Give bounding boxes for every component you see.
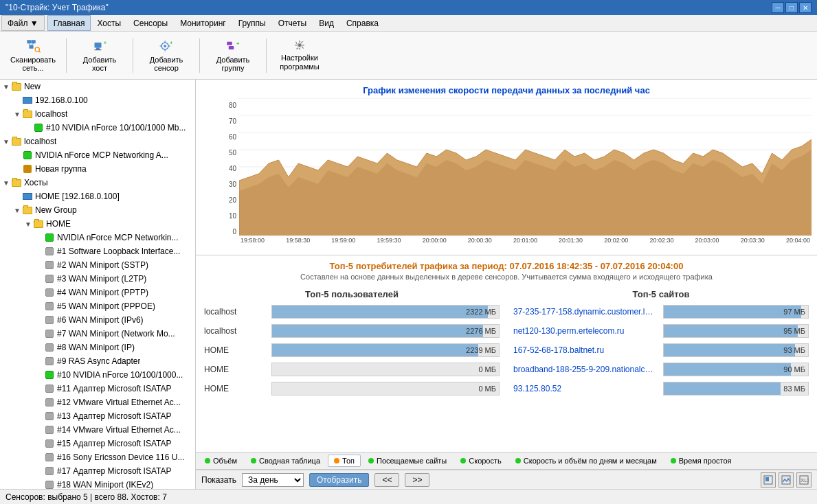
tree-item-sensor15[interactable]: #14 VMware Virtual Ethernet Ac... xyxy=(0,423,195,437)
maximize-button[interactable]: □ xyxy=(785,2,798,13)
tree-item-new-group[interactable]: ▼New xyxy=(0,80,195,93)
svg-line-4 xyxy=(32,43,34,45)
tree-arrow[interactable]: ▼ xyxy=(14,207,22,214)
tree-item-hosts-group[interactable]: ▼Хосты xyxy=(0,176,195,190)
top5-site-row: 167-52-68-178.baltnet.ru 93 МБ xyxy=(513,343,809,357)
top5-users-col: Топ-5 пользователей localhost 2322 МБ lo… xyxy=(204,289,500,401)
tree-item-sensor3[interactable]: #2 WAN Miniport (SSTP) xyxy=(0,258,195,272)
tree-icon-folder xyxy=(11,81,22,92)
close-button[interactable]: ✕ xyxy=(799,2,812,13)
tree-item-sensor6[interactable]: #5 WAN Miniport (PPPOE) xyxy=(0,299,195,313)
tree-item-sensor17[interactable]: #16 Sony Ericsson Device 116 U... xyxy=(0,450,195,464)
tree-item-sensor5[interactable]: #4 WAN Miniport (PPTP) xyxy=(0,286,195,299)
export-icon-3[interactable]: XLS xyxy=(796,472,812,488)
tab-dot xyxy=(251,458,256,463)
tab-dot xyxy=(515,458,521,463)
tree-arrow[interactable]: ▼ xyxy=(3,138,11,146)
menu-main[interactable]: Главная xyxy=(47,15,91,31)
prev-button[interactable]: << xyxy=(374,473,399,487)
site-label[interactable]: 37-235-177-158.dynamic.customer.lant... xyxy=(513,307,658,317)
add-group-button[interactable]: + Добавить группу xyxy=(205,36,260,76)
user-bar xyxy=(272,306,488,318)
tab-label: Время простоя xyxy=(679,457,732,465)
tree-icon-sensor-gray xyxy=(44,273,55,284)
site-label[interactable]: net120-130.perm.ertelecom.ru xyxy=(513,326,658,336)
tree-icon-host xyxy=(22,95,33,106)
minimize-button[interactable]: ─ xyxy=(772,2,784,13)
tree-item-sensor19[interactable]: #18 WAN Miniport (IKEv2) xyxy=(0,478,195,489)
tree-item-new-group-item[interactable]: Новая группа xyxy=(0,162,195,176)
tab-volume[interactable]: Объём xyxy=(199,455,243,467)
site-bar xyxy=(664,382,781,395)
tree-item-sensor12[interactable]: #11 Адаптер Microsoft ISATAP xyxy=(0,382,195,396)
menu-help[interactable]: Справка xyxy=(340,15,385,31)
bottom-icon-group: XLS xyxy=(761,472,812,488)
tree-item-sensor4[interactable]: #3 WAN Miniport (L2TP) xyxy=(0,272,195,286)
menu-hosts[interactable]: Хосты xyxy=(91,15,127,31)
tree-arrow[interactable]: ▼ xyxy=(3,179,11,187)
site-label[interactable]: broadband-188-255-9-209.nationalcabl... xyxy=(513,365,658,374)
tree-item-sensor9[interactable]: #8 WAN Miniport (IP) xyxy=(0,341,195,354)
status-text: Сенсоров: выбрано 5 | всего 88. Хостов: … xyxy=(5,492,167,502)
add-host-button[interactable]: + Добавить хост xyxy=(72,36,127,76)
tree-item-localhost2[interactable]: ▼localhost xyxy=(0,135,195,148)
tab-sites[interactable]: Посещаемые сайты xyxy=(362,455,453,467)
tree-item-sensor7[interactable]: #6 WAN Miniport (IPv6) xyxy=(0,313,195,327)
scan-network-button[interactable]: Сканировать сеть... xyxy=(5,36,60,76)
tab-speed[interactable]: Скорость xyxy=(454,455,508,467)
tree-item-host-192[interactable]: 192.168.0.100 xyxy=(0,93,195,107)
add-group-icon: + xyxy=(222,39,244,53)
tree-arrow[interactable]: ▼ xyxy=(3,83,11,91)
period-select[interactable]: За день За неделю За месяц xyxy=(242,473,304,487)
content-area: График изменения скорости передачи данны… xyxy=(196,80,817,489)
tab-speed-volume[interactable]: Скорость и объём по дням и месяцам xyxy=(509,455,663,467)
tree-item-sensor16[interactable]: #15 Адаптер Microsoft ISATAP xyxy=(0,437,195,450)
site-value: 93 МБ xyxy=(783,346,805,354)
tab-top[interactable]: Топ xyxy=(328,455,361,467)
export-icon-1[interactable] xyxy=(761,472,776,488)
tree-item-sensor13[interactable]: #12 VMware Virtual Ethernet Ac... xyxy=(0,396,195,409)
site-label[interactable]: 167-52-68-178.baltnet.ru xyxy=(513,345,658,355)
tree-item-home-host[interactable]: ▼HOME xyxy=(0,217,195,231)
tree-arrow[interactable]: ▼ xyxy=(25,220,33,228)
tree-item-new-group2[interactable]: ▼New Group xyxy=(0,203,195,217)
tree-label: 192.168.0.100 xyxy=(35,95,88,105)
tab-idle[interactable]: Время простоя xyxy=(664,455,738,467)
tree-label: #16 Sony Ericsson Device 116 U... xyxy=(57,453,184,462)
tab-label: Скорость и объём по дням и месяцам xyxy=(524,457,657,465)
tree-item-sensor2[interactable]: #1 Software Loopback Interface... xyxy=(0,244,195,258)
menu-view[interactable]: Вид xyxy=(313,15,340,31)
tree-item-home-192[interactable]: HOME [192.168.0.100] xyxy=(0,190,195,203)
next-button[interactable]: >> xyxy=(405,473,429,487)
tree-item-sensor10[interactable]: #9 RAS Async Adapter xyxy=(0,354,195,368)
tree-label: HOME [192.168.0.100] xyxy=(35,192,120,201)
tree-item-sensor18[interactable]: #17 Адаптер Microsoft ISATAP xyxy=(0,464,195,478)
sidebar[interactable]: ▼New192.168.0.100▼localhost#10 NVIDIA nF… xyxy=(0,80,196,489)
export-icon-2[interactable] xyxy=(779,472,794,488)
tree-arrow[interactable]: ▼ xyxy=(14,111,22,118)
settings-button[interactable]: Настройки программы xyxy=(272,36,327,76)
tree-item-sensor11[interactable]: #10 NVIDIA nForce 10/100/1000... xyxy=(0,368,195,382)
menu-monitoring[interactable]: Мониторинг xyxy=(174,15,232,31)
tree-item-sensor-nvidia1[interactable]: #10 NVIDIA nForce 10/100/1000 Mb... xyxy=(0,121,195,135)
top5-users-title: Топ-5 пользователей xyxy=(204,289,500,299)
tree-item-localhost1[interactable]: ▼localhost xyxy=(0,107,195,121)
toolbar-sep-1 xyxy=(66,38,67,73)
tree-item-sensor1[interactable]: NVIDIA nForce MCP Networkin... xyxy=(0,231,195,244)
menu-sensors[interactable]: Сенсоры xyxy=(127,15,174,31)
add-sensor-button[interactable]: + Добавить сенсор xyxy=(139,36,194,76)
top5-site-row: net120-130.perm.ertelecom.ru 95 МБ xyxy=(513,324,809,338)
menu-file[interactable]: Файл ▼ xyxy=(1,15,45,31)
tree-item-sensor8[interactable]: #7 WAN Miniport (Network Mo... xyxy=(0,327,195,341)
user-label: HOME xyxy=(204,345,266,355)
display-button[interactable]: Отобразить xyxy=(309,473,369,487)
tree-item-sensor-nvidia-mcp[interactable]: NVIDIA nForce MCP Networking A... xyxy=(0,148,195,162)
tree-item-sensor14[interactable]: #13 Адаптер Microsoft ISATAP xyxy=(0,409,195,423)
tab-summary[interactable]: Сводная таблица xyxy=(245,455,326,467)
menu-reports[interactable]: Отчеты xyxy=(272,15,313,31)
menu-groups[interactable]: Группы xyxy=(232,15,272,31)
site-bar-container: 90 МБ xyxy=(663,363,809,376)
tree-label: New xyxy=(24,82,41,91)
site-label[interactable]: 93.125.80.52 xyxy=(513,384,658,393)
tree-label: Хосты xyxy=(24,178,48,187)
